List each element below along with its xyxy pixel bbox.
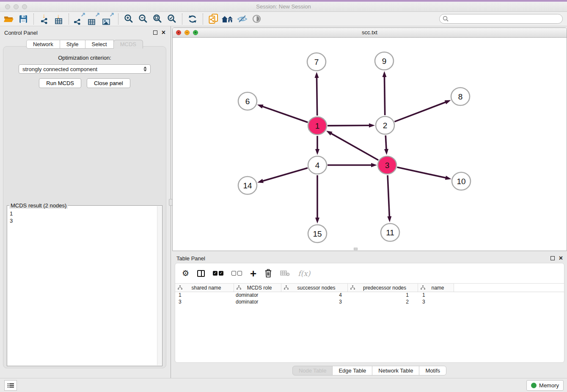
column-panel-icon[interactable] bbox=[197, 270, 205, 277]
edge-2-9[interactable] bbox=[384, 76, 385, 115]
task-history-button[interactable] bbox=[4, 380, 17, 391]
hide-selected-icon[interactable] bbox=[235, 13, 249, 25]
minimize-window-button[interactable] bbox=[14, 4, 19, 9]
open-session-icon[interactable] bbox=[2, 13, 16, 25]
float-panel-icon[interactable] bbox=[153, 30, 157, 35]
table-cell[interactable]: dominator bbox=[234, 292, 281, 299]
toolbar-separator bbox=[118, 14, 118, 25]
zoom-fit-icon[interactable] bbox=[150, 13, 165, 25]
delete-table-icon[interactable] bbox=[280, 270, 290, 276]
table-cell[interactable]: 1 bbox=[418, 292, 454, 299]
edge-3-11[interactable] bbox=[388, 175, 389, 218]
deselect-all-columns-icon[interactable] bbox=[231, 271, 242, 276]
close-window-button[interactable] bbox=[5, 4, 10, 9]
add-column-icon[interactable]: + bbox=[250, 269, 256, 278]
criterion-select[interactable]: strongly connected component bbox=[19, 64, 151, 74]
node-table-container: ⚙ ✓✓ + f(x) shared nameMCDS rolesuccesso… bbox=[175, 263, 564, 363]
tab-network[interactable]: Network bbox=[26, 40, 60, 49]
edge-1-7[interactable] bbox=[317, 77, 317, 116]
network-canvas[interactable]: 1234678910111415 bbox=[173, 38, 567, 251]
node-label-7: 7 bbox=[314, 58, 319, 66]
column-header-name[interactable]: name bbox=[418, 284, 454, 292]
float-table-panel-icon[interactable] bbox=[550, 256, 555, 260]
column-header-successor-nodes[interactable]: successor nodes bbox=[281, 284, 348, 292]
select-all-columns-icon[interactable]: ✓✓ bbox=[213, 271, 223, 276]
show-graphics-details-icon[interactable] bbox=[249, 13, 264, 25]
network-view-window: × − + scc.txt 1234678910111415 bbox=[172, 28, 567, 251]
tab-edge-table[interactable]: Edge Table bbox=[332, 366, 372, 375]
import-table-icon[interactable]: ↓ bbox=[51, 13, 66, 25]
table-cell[interactable]: 3 bbox=[281, 299, 348, 306]
network-window-titlebar[interactable]: × − + scc.txt bbox=[173, 28, 567, 38]
zoom-out-icon[interactable] bbox=[136, 13, 150, 25]
control-panel-title: Control Panel bbox=[4, 28, 153, 36]
table-panel-header: Table Panel × bbox=[172, 252, 567, 263]
column-header-shared-name[interactable]: shared name bbox=[175, 284, 234, 292]
column-header-filler bbox=[454, 284, 564, 292]
close-network-button[interactable]: × bbox=[176, 30, 181, 35]
toolbar-separator bbox=[33, 14, 34, 25]
export-table-icon[interactable]: ↗ bbox=[86, 13, 101, 25]
close-panel-button[interactable]: Close panel bbox=[87, 78, 130, 88]
canvas-scroll-thumb[interactable] bbox=[354, 248, 358, 250]
table-row[interactable]: 3dominator323 bbox=[175, 299, 564, 306]
table-row[interactable]: 1dominator411 bbox=[175, 292, 564, 299]
export-image-icon[interactable]: ↗ bbox=[101, 13, 115, 25]
column-header-MCDS-role[interactable]: MCDS role bbox=[234, 284, 281, 292]
first-neighbors-icon[interactable] bbox=[220, 13, 235, 25]
table-cell[interactable]: dominator bbox=[234, 299, 281, 306]
table-cell[interactable]: 1 bbox=[348, 292, 418, 299]
result-scrollbar[interactable] bbox=[157, 206, 162, 365]
refresh-view-icon[interactable] bbox=[185, 13, 200, 25]
memory-button[interactable]: Memory bbox=[526, 380, 564, 391]
edge-3-1[interactable] bbox=[330, 133, 378, 160]
network-window-controls: × − + bbox=[176, 30, 198, 35]
table-cell[interactable]: 3 bbox=[175, 299, 234, 306]
import-network-icon[interactable]: ↓ bbox=[37, 13, 51, 25]
edge-1-2[interactable] bbox=[328, 125, 370, 126]
search-field[interactable] bbox=[439, 14, 563, 24]
edge-3-10[interactable] bbox=[397, 167, 446, 178]
edge-2-3[interactable] bbox=[385, 135, 386, 150]
delete-column-icon[interactable] bbox=[264, 269, 272, 278]
clone-network-icon[interactable] bbox=[206, 13, 220, 25]
zoom-network-button[interactable]: + bbox=[193, 30, 198, 35]
table-settings-icon[interactable]: ⚙ bbox=[182, 268, 189, 278]
tab-mcds[interactable]: MCDS bbox=[113, 40, 143, 49]
optimization-criterion-label: Optimization criterion: bbox=[3, 55, 166, 61]
edge-4-14[interactable] bbox=[262, 168, 308, 182]
toolbar-separator bbox=[182, 14, 182, 25]
tab-style[interactable]: Style bbox=[60, 40, 85, 49]
edge-1-6[interactable] bbox=[261, 106, 308, 122]
mcds-result-list[interactable]: 13 bbox=[7, 206, 162, 226]
table-cell[interactable]: 4 bbox=[281, 292, 348, 299]
tab-node-table[interactable]: Node Table bbox=[292, 366, 333, 375]
function-builder-icon[interactable]: f(x) bbox=[298, 269, 310, 278]
export-network-icon[interactable]: ↗ bbox=[72, 13, 86, 25]
zoom-window-button[interactable] bbox=[22, 4, 27, 9]
edge-2-8[interactable] bbox=[394, 102, 446, 121]
search-input[interactable] bbox=[451, 15, 562, 23]
close-panel-icon[interactable]: × bbox=[162, 30, 165, 35]
column-header-predecessor-nodes[interactable]: predecessor nodes bbox=[348, 284, 418, 292]
edge-arrowhead bbox=[383, 71, 387, 77]
node-label-4: 4 bbox=[315, 161, 320, 170]
table-cell[interactable]: 3 bbox=[418, 299, 454, 306]
tab-select[interactable]: Select bbox=[85, 40, 114, 49]
tab-network-table[interactable]: Network Table bbox=[372, 366, 419, 375]
control-panel: Control Panel × NetworkStyleSelectMCDS O… bbox=[0, 26, 170, 378]
close-table-panel-icon[interactable]: × bbox=[559, 256, 563, 260]
run-mcds-button[interactable]: Run MCDS bbox=[39, 78, 81, 88]
save-session-icon[interactable] bbox=[16, 13, 30, 25]
table-cell[interactable]: 2 bbox=[348, 299, 418, 306]
tab-motifs[interactable]: Motifs bbox=[419, 366, 446, 375]
toolbar-separator bbox=[203, 14, 203, 25]
table-cell[interactable]: 1 bbox=[175, 292, 234, 299]
zoom-selected-icon[interactable] bbox=[165, 13, 179, 25]
network-graph[interactable]: 1234678910111415 bbox=[173, 38, 567, 251]
edge-arrowhead bbox=[384, 149, 388, 155]
minimize-network-button[interactable]: − bbox=[184, 30, 190, 35]
edge-arrowhead bbox=[445, 176, 451, 180]
app-titlebar: Session: New Session bbox=[0, 2, 567, 12]
zoom-in-icon[interactable] bbox=[121, 13, 136, 25]
